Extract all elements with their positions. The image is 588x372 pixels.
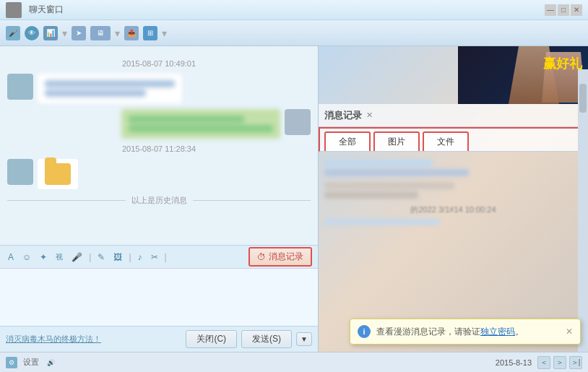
anti-virus-link[interactable]: 消灭病毒木马的终极方法！ [6,334,101,345]
mic-icon[interactable]: 🎤 [6,26,20,40]
list-item [324,182,582,199]
window-controls: — □ ✕ [545,4,582,16]
video-call-icon[interactable]: 👁 [25,26,39,40]
upload-icon[interactable]: 📤 [124,26,139,40]
timestamp-2: 2015-08-07 11:28:34 [7,144,311,153]
close-window-button[interactable]: ✕ [571,4,582,16]
ad-banner: 赢好礼 [458,46,588,104]
message-bubble-right [121,109,280,139]
history-divider: 以上是历史消息 [7,195,311,206]
close-chat-button[interactable]: 关闭(C) [186,330,237,348]
edit-button[interactable]: ✎ [95,251,107,264]
settings-icon[interactable]: ⚙ [6,357,17,368]
maximize-button[interactable]: □ [558,4,569,16]
main-area: 2015-08-07 10:49:01 [0,46,588,352]
table-row [7,74,311,103]
send-options-button[interactable]: ▼ [296,332,312,346]
navigation-arrows: ＜ ＞ ＞| [537,356,582,369]
title-bar: 聊天窗口 — □ ✕ [0,0,588,20]
minimize-button[interactable]: — [545,4,556,16]
music-button[interactable]: ♪ [136,251,144,264]
window-title: 聊天窗口 [29,4,64,16]
history-timestamp: 的2022 3/1#14 10:00:24 [324,204,582,215]
nav-next-button[interactable]: ＞ [553,356,566,369]
tab-images[interactable]: 图片 [373,131,420,151]
screen-share-icon[interactable]: 🖥 [90,26,111,40]
message-bubble [38,74,182,103]
bottom-bar: 消灭病毒木马的终极方法！ 关闭(C) 发送(S) ▼ [0,326,318,352]
scroll-thumb[interactable] [579,84,587,113]
messages-area: 2015-08-07 10:49:01 [0,46,318,245]
info-icon: i [358,325,371,338]
title-bar-left: 聊天窗口 [6,2,64,18]
emoji-button[interactable]: ☺ [20,251,33,264]
list-item [324,160,582,176]
nav-prev-button[interactable]: ＜ [537,356,550,369]
folder-icon [45,163,71,185]
transfer-icon[interactable]: ➤ [72,26,86,40]
bar-chart-icon[interactable]: 📊 [43,26,58,40]
main-toolbar: 🎤 👁 📊 ▾ ➤ 🖥 ▾ 📤 ⊞ ▾ [0,20,588,46]
status-date: 2015-8-13 [496,358,532,367]
avatar [7,159,33,185]
table-row [7,159,311,189]
tab-all[interactable]: 全部 [324,131,371,151]
history-panel-title: 消息记录 [324,109,362,122]
image-button[interactable]: 🖼 [111,251,124,264]
history-tabs: 全部 图片 文件 [319,127,588,152]
history-header: 消息记录 ✕ [319,104,588,127]
notification-close-button[interactable]: ✕ [566,326,573,337]
apps-icon[interactable]: ⊞ [143,26,157,40]
scissors-button[interactable]: ✂ [149,251,160,264]
video-clip-button[interactable]: 视 [53,251,65,264]
notification-popup: i 查看漫游消息记录，请验证独立密码。 ✕ [350,319,581,345]
history-clock-icon: ⏱ [257,252,266,262]
notification-text: 查看漫游消息记录，请验证独立密码。 [376,326,560,338]
settings-label[interactable]: 设置 [23,357,39,368]
voice-button[interactable]: 🎤 [69,251,85,264]
scrollbar[interactable] [578,69,588,352]
chat-window: 聊天窗口 — □ ✕ 🎤 👁 📊 ▾ ➤ 🖥 ▾ 📤 ⊞ ▾ 2015-08-0… [0,0,588,372]
font-color-button[interactable]: ✦ [38,251,49,264]
input-area [0,268,318,326]
chat-area: 2015-08-07 10:49:01 [0,46,318,352]
ad-text: 赢好礼 [543,55,582,72]
nav-end-button[interactable]: ＞| [569,356,582,369]
sound-icon[interactable]: 🔊 [45,357,56,368]
font-button[interactable]: A [6,251,16,264]
history-btn-label: 消息记录 [269,251,303,263]
history-panel: 赢好礼 消息记录 ✕ 全部 图片 文件 [318,46,588,352]
message-bubble-folder [38,159,78,189]
timestamp-1: 2015-08-07 10:49:01 [7,59,311,68]
send-button[interactable]: 发送(S) [241,330,292,348]
input-toolbar: A ☺ ✦ 视 🎤 | ✎ 🖼 | ♪ ✂ | ⏱ 消息记录 [0,245,318,268]
status-bar: ⚙ 设置 🔊 2015-8-13 ＜ ＞ ＞| [0,352,588,372]
list-item [324,218,582,225]
tab-files[interactable]: 文件 [423,131,469,151]
history-close-button[interactable]: ✕ [366,111,373,120]
avatar [7,74,33,100]
avatar-self [285,109,311,135]
contact-avatar [6,2,22,18]
message-input[interactable] [4,273,314,311]
message-history-button[interactable]: ⏱ 消息记录 [248,247,312,267]
independent-password-link[interactable]: 独立密码 [480,326,515,337]
table-row [7,109,311,139]
